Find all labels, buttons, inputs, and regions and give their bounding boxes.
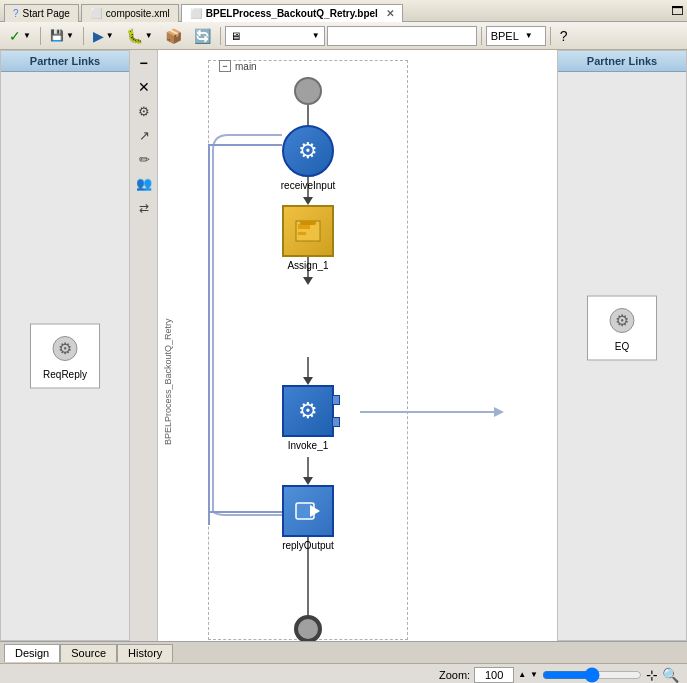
svg-marker-19 — [494, 407, 504, 417]
server-icon: 🖥 — [230, 30, 241, 42]
dropdown-arrow-save[interactable]: ▼ — [66, 31, 74, 40]
bottom-tabs: Design Source History — [0, 641, 687, 663]
main-label-area: − main — [219, 60, 259, 72]
separator-4 — [481, 27, 482, 45]
tab-source[interactable]: Source — [60, 644, 117, 662]
zoom-input[interactable] — [474, 667, 514, 683]
zoom-label: Zoom: — [439, 669, 470, 681]
help-button[interactable]: ? — [555, 25, 573, 47]
assign-1-label: Assign_1 — [268, 260, 348, 271]
svg-text:👥: 👥 — [136, 175, 152, 191]
zoom-spinner-down[interactable]: ▼ — [530, 671, 538, 679]
right-partner-panel: Partner Links ⚙ EQ — [557, 50, 687, 641]
req-reply-label: ReqReply — [43, 369, 87, 380]
eq-gear-icon: ⚙ — [606, 304, 638, 336]
maximize-icon[interactable]: 🗖 — [671, 4, 683, 18]
invoke-1-activity[interactable]: ⚙ — [282, 385, 334, 437]
svg-text:⇄: ⇄ — [139, 201, 149, 215]
close-icon[interactable]: ✕ — [386, 8, 394, 19]
debug-icon: 🐛 — [126, 28, 143, 44]
svg-rect-22 — [298, 232, 306, 235]
bpel-dropdown-label: BPEL — [491, 30, 519, 42]
eq-label: EQ — [615, 340, 629, 351]
eq-service[interactable]: ⚙ EQ — [587, 295, 657, 360]
left-conn-bottom — [208, 511, 282, 513]
dropdown-arrow-validate[interactable]: ▼ — [23, 31, 31, 40]
right-partner-title: Partner Links — [558, 51, 686, 72]
reply-output-activity[interactable] — [282, 485, 334, 537]
tab-composite-xml[interactable]: ⬜ composite.xml — [81, 4, 179, 22]
help-icon: ? — [560, 28, 568, 44]
validate-button[interactable]: ✓ ▼ — [4, 25, 36, 47]
dropdown-arrow-run[interactable]: ▼ — [106, 31, 114, 40]
zoom-spinner-up[interactable]: ▲ — [518, 671, 526, 679]
refresh-button[interactable]: 🔄 — [189, 25, 216, 47]
receive-input-activity[interactable]: ⚙ — [282, 125, 334, 177]
main-label: main — [233, 61, 259, 72]
tab-design[interactable]: Design — [4, 644, 60, 662]
left-partner-body: ⚙ ReqReply — [1, 72, 129, 640]
xml-icon: ⬜ — [90, 8, 102, 19]
sidebar-tool-6[interactable]: ⇄ — [133, 196, 155, 218]
refresh-icon: 🔄 — [194, 28, 211, 44]
deploy-icon: 📦 — [165, 28, 182, 44]
tab-start-page[interactable]: ? Start Page — [4, 4, 79, 22]
svg-text:⚙: ⚙ — [58, 340, 72, 357]
zoom-control: Zoom: ▲ ▼ ⊹ 🔍 — [439, 667, 679, 683]
svg-marker-25 — [310, 505, 320, 517]
assign-1-activity[interactable] — [282, 205, 334, 257]
left-conn-top — [208, 144, 282, 146]
tab-bar: ? Start Page ⬜ composite.xml ⬜ BPELProce… — [4, 0, 403, 22]
content-row: Partner Links ⚙ ReqReply — [0, 50, 687, 641]
toolbar: ✓ ▼ 💾 ▼ ▶ ▼ 🐛 ▼ 📦 🔄 🖥 ▼ BPEL ▼ ? — [0, 22, 687, 50]
sidebar-collapse-btn[interactable]: − — [133, 52, 155, 74]
zoom-reset-icon[interactable]: 🔍 — [662, 667, 679, 683]
invoke-gear-icon: ⚙ — [298, 398, 318, 424]
sidebar-tool-2[interactable]: ⚙ — [133, 100, 155, 122]
server-dropdown[interactable]: 🖥 ▼ — [225, 26, 325, 46]
debug-button[interactable]: 🐛 ▼ — [121, 25, 158, 47]
search-input[interactable] — [327, 26, 477, 46]
title-bar: ? Start Page ⬜ composite.xml ⬜ BPELProce… — [0, 0, 687, 22]
bpel-canvas[interactable]: BPELProcess_BackoutQ_Retry − main — [158, 50, 557, 641]
reply-output-label: replyOutput — [268, 540, 348, 551]
run-icon: ▶ — [93, 28, 104, 44]
main-area: Partner Links ⚙ ReqReply — [0, 50, 687, 641]
zoom-fit-icon[interactable]: ⊹ — [646, 667, 658, 683]
separator-1 — [40, 27, 41, 45]
sidebar-tool-4[interactable]: ✏ — [133, 148, 155, 170]
dropdown-arrow-debug[interactable]: ▼ — [145, 31, 153, 40]
assign-icon — [292, 215, 324, 247]
start-node — [294, 77, 322, 105]
left-connection-path — [208, 145, 212, 525]
req-reply-service[interactable]: ⚙ ReqReply — [30, 324, 100, 389]
reply-icon — [292, 495, 324, 527]
left-partner-title: Partner Links — [1, 51, 129, 72]
save-button[interactable]: 💾 ▼ — [45, 25, 79, 47]
dropdown-arrow-bpel: ▼ — [525, 31, 533, 40]
dropdown-arrow-server: ▼ — [312, 31, 320, 40]
arrow-icon: ↗ — [136, 127, 152, 143]
save-icon: 💾 — [50, 29, 64, 42]
left-partner-panel: Partner Links ⚙ ReqReply — [0, 50, 130, 641]
deploy-button[interactable]: 📦 — [160, 25, 187, 47]
start-page-icon: ? — [13, 8, 19, 19]
sidebar-tool-1[interactable]: ✕ — [133, 76, 155, 98]
invoke-1-label: Invoke_1 — [268, 440, 348, 451]
bpel-dropdown[interactable]: BPEL ▼ — [486, 26, 546, 46]
separator-3 — [220, 27, 221, 45]
pencil-icon: ✏ — [136, 151, 152, 167]
tab-bpel-file[interactable]: ⬜ BPELProcess_BackoutQ_Retry.bpel ✕ — [181, 4, 403, 22]
end-node — [294, 615, 322, 641]
zoom-slider[interactable] — [542, 668, 642, 682]
expand-btn[interactable]: − — [219, 60, 231, 72]
sidebar-tool-5[interactable]: 👥 — [133, 172, 155, 194]
gear-small-icon: ⚙ — [136, 103, 152, 119]
canvas-wrapper: − ✕ ⚙ ↗ ✏ — [130, 50, 557, 641]
bpel-icon: ⬜ — [190, 8, 202, 19]
svg-rect-23 — [300, 221, 316, 225]
separator-2 — [83, 27, 84, 45]
sidebar-tool-3[interactable]: ↗ — [133, 124, 155, 146]
tab-history[interactable]: History — [117, 644, 173, 662]
run-button[interactable]: ▶ ▼ — [88, 25, 119, 47]
